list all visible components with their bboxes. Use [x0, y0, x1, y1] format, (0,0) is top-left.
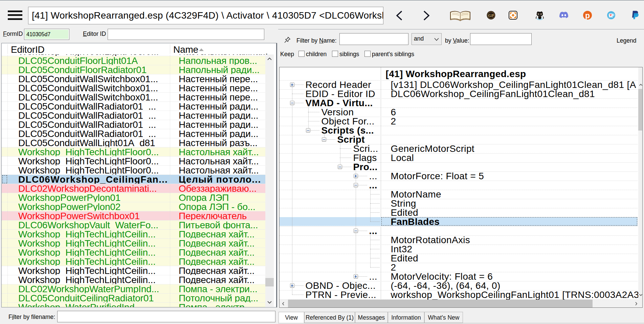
svg-text:GP: GP [488, 13, 494, 18]
svg-text:p: p [585, 11, 590, 20]
